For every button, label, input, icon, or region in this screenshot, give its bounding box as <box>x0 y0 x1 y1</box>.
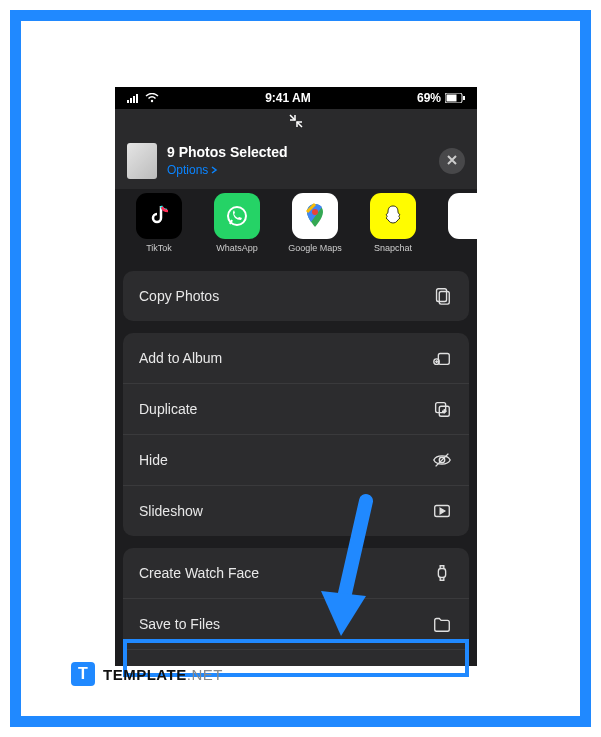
share-app-snapchat[interactable]: Snapchat <box>361 193 425 253</box>
brand-name: TEMPLATE <box>103 666 187 683</box>
photo-thumbnail <box>127 143 157 179</box>
snapchat-icon <box>370 193 416 239</box>
svg-rect-7 <box>463 96 465 100</box>
action-group-3: Create Watch Face Save to Files Print <box>123 548 469 666</box>
google-maps-icon <box>292 193 338 239</box>
close-button[interactable] <box>439 148 465 174</box>
watch-icon <box>431 562 453 584</box>
svg-rect-12 <box>438 353 449 364</box>
share-header: 9 Photos Selected Options <box>115 137 477 189</box>
tiktok-icon <box>136 193 182 239</box>
action-copy-photos[interactable]: Copy Photos <box>123 271 469 321</box>
svg-rect-6 <box>446 95 456 102</box>
close-icon <box>446 152 458 170</box>
svg-point-4 <box>151 100 153 102</box>
brand-text: TEMPLATE.NET <box>103 666 223 683</box>
branding-footer: T TEMPLATE.NET <box>71 662 223 686</box>
chevron-right-icon <box>210 163 218 177</box>
wifi-icon <box>145 93 159 103</box>
share-app-google-maps[interactable]: Google Maps <box>283 193 347 253</box>
svg-rect-1 <box>130 98 132 103</box>
action-label: Add to Album <box>139 350 222 366</box>
duplicate-icon <box>431 398 453 420</box>
action-group-1: Copy Photos <box>123 271 469 321</box>
eye-slash-icon <box>431 449 453 471</box>
status-bar: 9:41 AM 69% <box>115 87 477 109</box>
share-app-whatsapp[interactable]: WhatsApp <box>205 193 269 253</box>
collapse-icon <box>287 112 305 134</box>
action-create-watch-face[interactable]: Create Watch Face <box>123 548 469 598</box>
action-label: Copy Photos <box>139 288 219 304</box>
action-label: Duplicate <box>139 401 197 417</box>
svg-rect-0 <box>127 100 129 103</box>
logo-letter: T <box>78 665 88 683</box>
printer-icon <box>431 664 453 666</box>
brand-suffix: .NET <box>187 666 223 683</box>
folder-icon <box>431 613 453 635</box>
phone-screen: 9:41 AM 69% 9 Photos Selected <box>115 87 477 666</box>
options-link[interactable]: Options <box>167 163 218 177</box>
svg-rect-2 <box>133 96 135 103</box>
battery-icon <box>445 93 465 103</box>
share-app-more[interactable] <box>439 193 477 253</box>
play-rect-icon <box>431 500 453 522</box>
app-share-row: TikTok WhatsApp Google Maps <box>115 189 477 259</box>
action-hide[interactable]: Hide <box>123 434 469 485</box>
phone-screenshot: 9:41 AM 69% 9 Photos Selected <box>115 87 477 666</box>
collapse-bar[interactable] <box>115 109 477 137</box>
app-more-icon <box>448 193 477 239</box>
action-label: Slideshow <box>139 503 203 519</box>
svg-rect-18 <box>438 568 445 577</box>
svg-rect-3 <box>136 94 138 103</box>
action-add-to-album[interactable]: Add to Album <box>123 333 469 383</box>
app-label: WhatsApp <box>205 243 269 253</box>
action-group-2: Add to Album Duplicate Hide <box>123 333 469 536</box>
action-duplicate[interactable]: Duplicate <box>123 383 469 434</box>
action-label: Save to Files <box>139 616 220 632</box>
selection-title: 9 Photos Selected <box>167 144 439 160</box>
action-label: Hide <box>139 452 168 468</box>
action-label: Create Watch Face <box>139 565 259 581</box>
copy-icon <box>431 285 453 307</box>
options-label: Options <box>167 163 208 177</box>
status-time: 9:41 AM <box>265 91 311 105</box>
app-label: Google Maps <box>283 243 347 253</box>
share-app-tiktok[interactable]: TikTok <box>127 193 191 253</box>
svg-point-9 <box>312 209 318 215</box>
cellular-signal-icon <box>127 93 141 103</box>
album-add-icon <box>431 347 453 369</box>
document-frame: 9:41 AM 69% 9 Photos Selected <box>10 10 591 727</box>
app-label: Snapchat <box>361 243 425 253</box>
battery-percentage: 69% <box>417 91 441 105</box>
app-label: TikTok <box>127 243 191 253</box>
action-save-to-files[interactable]: Save to Files <box>123 598 469 649</box>
svg-rect-11 <box>439 291 449 304</box>
whatsapp-icon <box>214 193 260 239</box>
action-slideshow[interactable]: Slideshow <box>123 485 469 536</box>
brand-logo: T <box>71 662 95 686</box>
svg-rect-10 <box>437 289 447 302</box>
